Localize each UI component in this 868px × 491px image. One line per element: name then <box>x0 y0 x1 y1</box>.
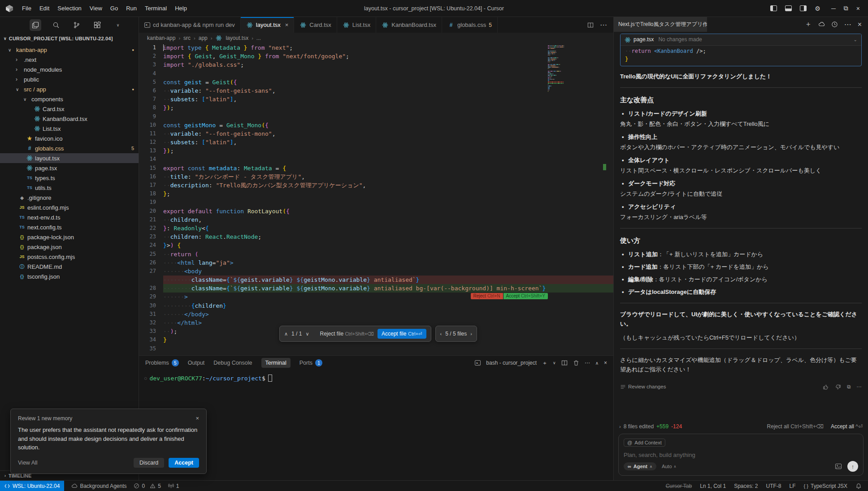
code-line[interactable]: 18}; <box>139 190 613 198</box>
code-line[interactable]: 25··return ( <box>139 250 613 258</box>
code-line[interactable]: 21··children, <box>139 215 613 224</box>
tree-item-package-json[interactable]: {}package.json <box>0 242 139 252</box>
breadcrumb-item[interactable]: src <box>183 35 191 41</box>
tree-item-layout-tsx[interactable]: layout.tsx <box>0 153 139 163</box>
terminal-dropdown-icon[interactable]: ∨ <box>553 361 556 365</box>
tree-item-globals-css[interactable]: #globals.css5 <box>0 143 139 153</box>
tab-card-tsx[interactable]: Card.tsx <box>294 17 337 33</box>
code-line[interactable]: 4 <box>139 69 613 78</box>
tree-item-types-ts[interactable]: TStypes.ts <box>0 173 139 183</box>
menu-go[interactable]: Go <box>106 3 122 13</box>
code-line[interactable]: 27······<body <box>139 267 613 276</box>
code-line[interactable]: 10const geistMono = Geist_Mono({ <box>139 121 613 129</box>
explorer-icon[interactable] <box>30 19 41 31</box>
tree-item-postcss-config-mjs[interactable]: JSpostcss.config.mjs <box>0 252 139 262</box>
panel-more-actions-icon[interactable]: ⋯ <box>585 360 590 366</box>
code-line[interactable]: 19 <box>139 198 613 207</box>
chat-code-card[interactable]: page.tsx No changes made ⌄ ··return <Kan… <box>620 34 862 66</box>
tree-item-next-config-ts[interactable]: TSnext.config.ts <box>0 222 139 232</box>
tab-list-tsx[interactable]: List.tsx <box>337 17 376 33</box>
tab-kanbanboard-tsx[interactable]: KanbanBoard.tsx <box>376 17 442 33</box>
code-line[interactable]: 2import { Geist, Geist_Mono } from "next… <box>139 52 613 60</box>
tree-item-list-tsx[interactable]: List.tsx <box>0 124 139 134</box>
code-line[interactable]: 28········className={`${geist.variable} … <box>139 284 613 293</box>
prev-file-button[interactable]: ‹ <box>440 331 442 336</box>
code-line[interactable]: 23··children: React.ReactNode; <box>139 233 613 241</box>
tree-item-eslint-config-mjs[interactable]: JSeslint.config.mjs <box>0 202 139 212</box>
code-line[interactable]: 26····<html lang="ja"> <box>139 258 613 267</box>
tree-item-next-env-d-ts[interactable]: TSnext-env.d.ts <box>0 212 139 222</box>
code-line[interactable]: 7··subsets: ["latin"], <box>139 95 613 103</box>
close-tab-icon[interactable]: × <box>285 22 289 28</box>
code-line[interactable]: 31······</body> <box>139 310 613 319</box>
chevron-right-icon[interactable]: › <box>619 424 621 429</box>
close-window-button[interactable]: × <box>856 5 860 12</box>
close-panel-icon[interactable]: × <box>604 360 607 366</box>
new-terminal-button[interactable]: ＋ <box>542 359 547 367</box>
code-line[interactable]: 16··title: "カンバンボード - タスク管理アプリ", <box>139 172 613 181</box>
copy-icon[interactable]: ⧉ <box>847 382 851 392</box>
split-terminal-icon[interactable] <box>561 360 568 366</box>
settings-gear-icon[interactable]: ⚙ <box>815 5 820 12</box>
code-line[interactable]: 6··variable: "--font-geist-sans", <box>139 86 613 95</box>
code-line[interactable]: ········className={`${geist.variable} ${… <box>139 276 613 284</box>
tree-item-src-app[interactable]: ∨src / app● <box>0 84 139 94</box>
code-line[interactable]: 8}); <box>139 103 613 112</box>
tree-item-readme-md[interactable]: ⓘREADME.md <box>0 262 139 271</box>
chat-more-actions-icon[interactable]: ⋯ <box>844 20 851 29</box>
code-line[interactable]: 14 <box>139 155 613 164</box>
reject-all-button[interactable]: Reject all Ctrl+Shift+⌫ <box>767 423 824 430</box>
code-line[interactable]: 3import "./globals.css"; <box>139 60 613 69</box>
terminal-prompt[interactable]: ○ dev_user@ROCK77 : ~/cursor_project $ <box>139 370 613 382</box>
thumbs-down-icon[interactable] <box>835 384 841 390</box>
toggle-left-panel-icon[interactable] <box>770 5 777 11</box>
code-line[interactable]: 35 <box>139 345 613 353</box>
panel-tab-output[interactable]: Output <box>188 360 205 366</box>
breadcrumb-item[interactable]: kanban-app <box>147 35 175 41</box>
tab-cd-kanban-app-npm-run-dev[interactable]: >_cd kanban-app && npm run dev <box>139 17 241 33</box>
panel-tab-terminal[interactable]: Terminal <box>261 358 291 368</box>
tree-item-page-tsx[interactable]: page.tsx <box>0 163 139 173</box>
encoding-status[interactable]: UTF-8 <box>766 483 781 489</box>
eol-status[interactable]: LF <box>790 483 796 489</box>
menu-terminal[interactable]: Terminal <box>141 3 171 13</box>
breadcrumb-item[interactable]: ... <box>256 35 261 41</box>
code-line[interactable]: 20export default function RootLayout({ <box>139 207 613 215</box>
code-line[interactable]: 15export const metadata: Metadata = { <box>139 164 613 172</box>
panel-tab-problems[interactable]: Problems5 <box>145 359 179 366</box>
indentation-status[interactable]: Spaces: 2 <box>734 483 758 489</box>
accept-file-button[interactable]: Accept fileCtrl+⏎ <box>378 329 426 339</box>
view-all-button[interactable]: View All <box>18 460 38 466</box>
background-agents-item[interactable]: Background Agents <box>71 483 126 489</box>
message-more-icon[interactable]: ⋯ <box>857 382 862 392</box>
tree-item--next[interactable]: ›.next <box>0 55 139 65</box>
split-editor-icon[interactable] <box>587 22 594 28</box>
accept-change-button[interactable]: AcceptCtrl+Shift+Y <box>503 293 548 299</box>
accept-button[interactable]: Accept <box>169 458 199 468</box>
files-edited-label[interactable]: 8 files edited <box>624 423 654 430</box>
source-control-icon[interactable] <box>71 19 82 31</box>
code-line[interactable]: 5const geist = Geist({ <box>139 78 613 86</box>
breadcrumb[interactable]: kanban-app›src›app›layout.tsx›... <box>139 33 613 43</box>
tab-layout-tsx[interactable]: layout.tsx× <box>241 17 295 33</box>
remote-indicator[interactable]: WSL: Ubuntu-22.04 <box>0 481 64 491</box>
chevron-down-icon[interactable]: ∨ <box>112 19 124 31</box>
explorer-section-header[interactable]: ∨ CURSOR_PROJECT [WSL: UBUNTU-22.04] <box>0 33 139 44</box>
code-line[interactable]: 30········{children} <box>139 301 613 310</box>
tree-item-components[interactable]: ∨components <box>0 94 139 104</box>
restore-button[interactable]: ⧉ <box>844 4 848 12</box>
next-file-button[interactable]: › <box>470 331 472 336</box>
agent-mode-selector[interactable]: ∞ Agent ∧ <box>624 462 656 470</box>
tree-item-package-lock-json[interactable]: {}package-lock.json <box>0 232 139 242</box>
expand-card-icon[interactable]: ⌄ <box>854 35 857 44</box>
code-line[interactable]: 11··variable: "--font-geist-mono", <box>139 129 613 138</box>
chat-input-placeholder[interactable]: Plan, search, build anything <box>624 452 858 458</box>
tree-item--gitignore[interactable]: ◆.gitignore <box>0 193 139 202</box>
next-change-button[interactable]: ∨ <box>305 331 309 337</box>
add-context-chip[interactable]: @ Add Context <box>624 439 665 447</box>
cursor-tab-status[interactable]: Cursor Tab <box>666 483 692 489</box>
code-line[interactable]: 24}>) { <box>139 241 613 250</box>
editor-more-actions-icon[interactable]: ⋯ <box>600 21 607 29</box>
code-line[interactable]: 12··subsets: ["latin"], <box>139 138 613 146</box>
search-icon[interactable] <box>50 19 62 31</box>
